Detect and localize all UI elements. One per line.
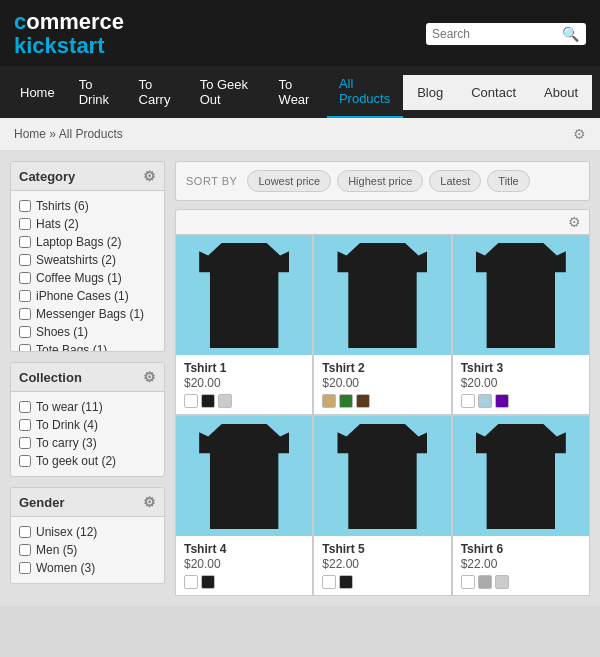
category-iphone-cases-checkbox[interactable]: [19, 290, 31, 302]
category-tote-bags-label: Tote Bags (1): [36, 343, 107, 351]
gender-women-checkbox[interactable]: [19, 562, 31, 574]
breadcrumb-current: All Products: [59, 127, 123, 141]
swatch[interactable]: [478, 575, 492, 589]
swatch[interactable]: [461, 575, 475, 589]
category-gear-icon[interactable]: ⚙: [143, 168, 156, 184]
products-gear-icon[interactable]: ⚙: [568, 214, 581, 230]
swatch[interactable]: [478, 394, 492, 408]
gender-men-label: Men (5): [36, 543, 77, 557]
search-input[interactable]: [432, 27, 562, 41]
gender-block: Gender ⚙ Unisex (12) Men (5) Women (3): [10, 487, 165, 584]
nav-to-wear[interactable]: To Wear: [267, 67, 327, 117]
collection-to-geek-out-label: To geek out (2): [36, 454, 116, 468]
product-card-5[interactable]: Tshirt 5 $22.00: [314, 416, 450, 595]
category-tshirts-label: Tshirts (6): [36, 199, 89, 213]
gender-unisex-label: Unisex (12): [36, 525, 97, 539]
sidebar: Category ⚙ Tshirts (6) Hats (2) Laptop B…: [10, 161, 165, 596]
tshirt-shape-3: [476, 243, 566, 348]
product-info-4: Tshirt 4 $20.00: [176, 536, 312, 595]
product-price-5: $22.00: [322, 557, 442, 571]
category-sweatshirts-checkbox[interactable]: [19, 254, 31, 266]
sort-title-button[interactable]: Title: [487, 170, 529, 192]
list-item: Tote Bags (1): [19, 341, 156, 351]
list-item: Women (3): [19, 559, 156, 577]
category-laptop-bags-checkbox[interactable]: [19, 236, 31, 248]
product-swatches-2: [322, 394, 442, 408]
search-box[interactable]: 🔍: [426, 23, 586, 45]
product-price-4: $20.00: [184, 557, 304, 571]
category-coffee-mugs-checkbox[interactable]: [19, 272, 31, 284]
swatch[interactable]: [201, 575, 215, 589]
gender-gear-icon[interactable]: ⚙: [143, 494, 156, 510]
sort-lowest-price-button[interactable]: Lowest price: [247, 170, 331, 192]
collection-gear-icon[interactable]: ⚙: [143, 369, 156, 385]
swatch[interactable]: [322, 575, 336, 589]
sort-latest-button[interactable]: Latest: [429, 170, 481, 192]
breadcrumb-home[interactable]: Home: [14, 127, 46, 141]
swatch[interactable]: [461, 394, 475, 408]
sort-highest-price-button[interactable]: Highest price: [337, 170, 423, 192]
product-card-4[interactable]: Tshirt 4 $20.00: [176, 416, 312, 595]
swatch[interactable]: [495, 575, 509, 589]
list-item: iPhone Cases (1): [19, 287, 156, 305]
nav-to-carry[interactable]: To Carry: [127, 67, 188, 117]
category-block: Category ⚙ Tshirts (6) Hats (2) Laptop B…: [10, 161, 165, 352]
swatch[interactable]: [184, 575, 198, 589]
collection-to-carry-checkbox[interactable]: [19, 437, 31, 449]
swatch[interactable]: [339, 394, 353, 408]
product-card-3[interactable]: Tshirt 3 $20.00: [453, 235, 589, 414]
category-messenger-bags-label: Messenger Bags (1): [36, 307, 144, 321]
list-item: To geek out (2): [19, 452, 156, 470]
gender-men-checkbox[interactable]: [19, 544, 31, 556]
product-card-2[interactable]: Tshirt 2 $20.00: [314, 235, 450, 414]
swatch[interactable]: [356, 394, 370, 408]
collection-to-drink-checkbox[interactable]: [19, 419, 31, 431]
collection-block: Collection ⚙ To wear (11) To Drink (4) T…: [10, 362, 165, 477]
gender-unisex-checkbox[interactable]: [19, 526, 31, 538]
header: commerce kickstart 🔍: [0, 0, 600, 66]
product-card-6[interactable]: Tshirt 6 $22.00: [453, 416, 589, 595]
breadcrumb-bar: Home » All Products ⚙: [0, 118, 600, 151]
collection-to-wear-checkbox[interactable]: [19, 401, 31, 413]
swatch[interactable]: [322, 394, 336, 408]
swatch[interactable]: [218, 394, 232, 408]
product-image-2: [314, 235, 450, 355]
swatch[interactable]: [495, 394, 509, 408]
nav-home[interactable]: Home: [8, 75, 67, 110]
list-item: Unisex (12): [19, 523, 156, 541]
collection-to-drink-label: To Drink (4): [36, 418, 98, 432]
product-info-1: Tshirt 1 $20.00: [176, 355, 312, 414]
search-icon[interactable]: 🔍: [562, 26, 579, 42]
product-image-3: [453, 235, 589, 355]
gender-list: Unisex (12) Men (5) Women (3): [11, 517, 164, 583]
collection-to-geek-out-checkbox[interactable]: [19, 455, 31, 467]
category-shoes-checkbox[interactable]: [19, 326, 31, 338]
category-sweatshirts-label: Sweatshirts (2): [36, 253, 116, 267]
product-card-1[interactable]: Tshirt 1 $20.00: [176, 235, 312, 414]
product-image-4: [176, 416, 312, 536]
nav-about[interactable]: About: [530, 75, 592, 110]
category-messenger-bags-checkbox[interactable]: [19, 308, 31, 320]
swatch[interactable]: [201, 394, 215, 408]
products-header: ⚙: [175, 209, 590, 235]
product-image-6: [453, 416, 589, 536]
list-item: Men (5): [19, 541, 156, 559]
product-image-1: [176, 235, 312, 355]
nav-contact[interactable]: Contact: [457, 75, 530, 110]
product-title-3: Tshirt 3: [461, 361, 581, 375]
nav-blog[interactable]: Blog: [403, 75, 457, 110]
category-hats-checkbox[interactable]: [19, 218, 31, 230]
product-title-4: Tshirt 4: [184, 542, 304, 556]
nav-to-drink[interactable]: To Drink: [67, 67, 127, 117]
swatch[interactable]: [339, 575, 353, 589]
nav-all-products[interactable]: All Products: [327, 66, 403, 118]
category-tote-bags-checkbox[interactable]: [19, 344, 31, 351]
sort-label: SORT BY: [186, 175, 237, 187]
list-item: Hats (2): [19, 215, 156, 233]
nav-to-geek-out[interactable]: To Geek Out: [188, 67, 267, 117]
swatch[interactable]: [184, 394, 198, 408]
collection-to-wear-label: To wear (11): [36, 400, 103, 414]
list-item: To Drink (4): [19, 416, 156, 434]
category-tshirts-checkbox[interactable]: [19, 200, 31, 212]
breadcrumb-gear-icon[interactable]: ⚙: [573, 126, 586, 142]
